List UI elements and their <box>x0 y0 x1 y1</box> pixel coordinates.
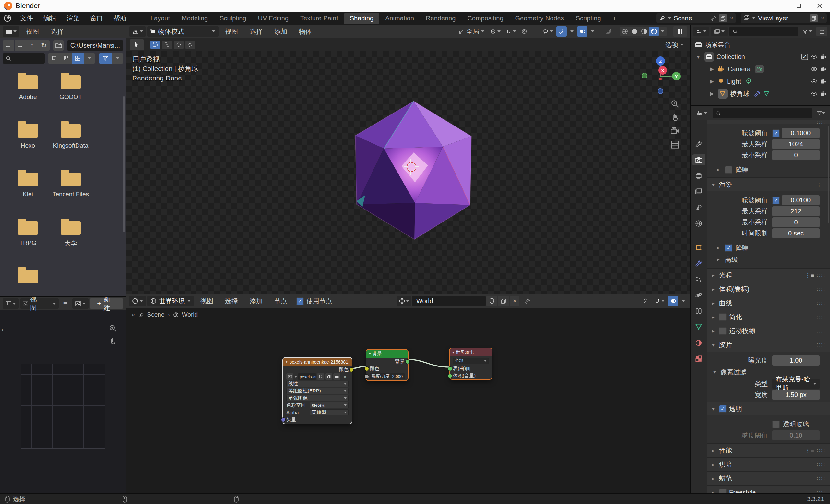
image-name-field[interactable]: pexels-anniroenk... <box>298 373 316 380</box>
motion-blur-section[interactable]: ▸ 运动模糊 ∷∷ <box>707 324 830 338</box>
source-dropdown[interactable]: 单张图像 <box>286 395 349 401</box>
outliner-row-collection[interactable]: ▼ Collection ✓ <box>691 51 830 63</box>
axis-gizmo[interactable]: Z X Y <box>640 55 686 100</box>
fake-user-shield-icon[interactable] <box>486 296 497 306</box>
noise-threshold-value[interactable]: 0.1000 <box>782 128 820 138</box>
browse-image-button[interactable] <box>72 298 89 309</box>
menu-edit[interactable]: 编辑 <box>38 14 62 23</box>
fake-user-shield-icon[interactable] <box>317 373 324 380</box>
proportional-edit-dropdown[interactable] <box>519 26 529 37</box>
workspace-add-tab[interactable]: + <box>607 13 622 24</box>
axis-z-negative[interactable] <box>658 88 663 94</box>
disable-render-camera-icon[interactable] <box>820 91 827 96</box>
open-file-icon[interactable] <box>333 373 341 380</box>
file-item[interactable]: 大学 <box>49 221 92 270</box>
remove-viewlayer-icon[interactable]: × <box>821 15 824 22</box>
film-section[interactable]: ▾胶片 ∷∷ <box>707 338 830 352</box>
interpolation-dropdown[interactable]: 线性 <box>286 381 349 387</box>
volume-input-socket[interactable] <box>448 374 452 378</box>
roughness-threshold-value[interactable]: 0.10 <box>772 430 820 440</box>
tab-object[interactable] <box>692 242 705 253</box>
file-search-input[interactable] <box>3 53 45 64</box>
image-view-menu[interactable]: 视图 <box>20 298 59 309</box>
overlays-dropdown[interactable] <box>589 26 597 37</box>
freestyle-checkbox[interactable] <box>719 489 727 493</box>
node-header[interactable]: ▾ 世界输出 <box>450 348 492 356</box>
filter-width-value[interactable]: 1.50 px <box>772 390 820 400</box>
object-menu[interactable]: 物体 <box>294 27 317 36</box>
axis-z[interactable]: Z <box>656 57 665 65</box>
disable-render-camera-icon[interactable] <box>820 79 827 84</box>
file-item[interactable] <box>6 270 49 296</box>
panel-expand-arrow[interactable]: › <box>1 326 4 334</box>
outliner-row-light[interactable]: ▶ Light <box>691 75 830 88</box>
denoise-subpanel[interactable]: ▸ 降噪 <box>707 164 830 176</box>
new-viewlayer-copy-icon[interactable] <box>809 14 818 22</box>
motion-blur-checkbox[interactable] <box>719 327 727 335</box>
noise-threshold-checkbox[interactable]: ✓ <box>772 129 780 137</box>
scrollbar[interactable] <box>123 96 125 232</box>
properties-search-input[interactable] <box>713 108 812 118</box>
outliner-search-input[interactable] <box>730 27 798 36</box>
unlink-icon[interactable]: × <box>342 373 349 380</box>
volumes-section[interactable]: ▸体积(卷标) ∷∷ <box>707 282 830 296</box>
pan-hand-icon[interactable] <box>670 113 679 122</box>
pin-icon[interactable] <box>710 15 716 21</box>
partial-panel-row[interactable]: ∷∷ <box>707 120 830 124</box>
select-lasso-button[interactable] <box>186 40 195 49</box>
filter-type-dropdown[interactable]: 布莱克曼-哈里斯 <box>772 379 820 389</box>
browse-image-icon[interactable] <box>286 373 293 380</box>
blender-menu-icon[interactable] <box>0 14 15 22</box>
mode-selector[interactable]: 物体模式 <box>147 26 219 37</box>
scene-selector[interactable]: Scene × <box>656 13 736 23</box>
display-mode-dropdown[interactable] <box>711 27 728 36</box>
editor-type-button[interactable] <box>129 26 146 37</box>
tab-material[interactable] <box>692 337 705 348</box>
file-item[interactable]: TRPG <box>6 221 49 270</box>
horizontal-list-view-button[interactable] <box>60 53 72 64</box>
back-button[interactable]: ← <box>3 40 14 51</box>
select-menu[interactable]: 选择 <box>245 27 268 36</box>
render-denoise-checkbox[interactable]: ✓ <box>725 244 732 252</box>
pivot-point-dropdown[interactable] <box>488 26 503 37</box>
grease-pencil-section[interactable]: ▸蜡笔 ∷∷ <box>707 471 830 485</box>
orthographic-grid-icon[interactable] <box>670 140 679 149</box>
xray-toggle[interactable] <box>603 26 613 37</box>
path-field[interactable]: C:\Users\Mansi... <box>67 40 123 51</box>
tab-object-data[interactable] <box>692 321 705 333</box>
tab-render[interactable] <box>692 154 705 165</box>
browse-world-button[interactable] <box>397 296 411 306</box>
editor-type-button[interactable] <box>694 108 710 118</box>
editor-type-button[interactable] <box>3 298 19 309</box>
new-scene-copy-icon[interactable] <box>719 14 727 22</box>
transparent-checkbox[interactable]: ✓ <box>719 405 727 413</box>
breadcrumb-scene[interactable]: Scene <box>147 311 165 318</box>
render-section-header[interactable]: ▾ 渲染 ⋮≡ <box>707 178 830 191</box>
use-nodes-checkbox[interactable]: ✓ <box>296 297 304 305</box>
transparent-glass-checkbox[interactable] <box>772 421 780 428</box>
denoise-checkbox[interactable] <box>725 166 732 174</box>
editor-type-button[interactable] <box>693 27 709 36</box>
drag-dots[interactable]: ∷∷ <box>817 342 826 349</box>
world-output-node[interactable]: ▾ 世界输出 全部 表(曲)面 体积(音量) <box>450 348 492 379</box>
vertical-list-view-button[interactable] <box>48 53 60 64</box>
expand-icon[interactable]: ▶ <box>709 78 715 84</box>
performance-section[interactable]: ▸性能 ⋮≡∷∷ <box>707 443 830 457</box>
tab-view-layer[interactable] <box>692 186 705 197</box>
view-menu[interactable]: 视图 <box>220 27 243 36</box>
menu-render[interactable]: 渲染 <box>62 14 85 23</box>
file-item[interactable]: Hexo <box>6 124 49 172</box>
file-item[interactable]: Adobe <box>6 75 49 124</box>
drag-dots[interactable]: ∷∷ <box>817 461 826 468</box>
menu-file[interactable]: 文件 <box>15 14 38 23</box>
tab-tool[interactable] <box>692 138 705 150</box>
hide-eye-icon[interactable] <box>810 91 818 96</box>
strength-field[interactable]: 强度/力度 2.000 <box>370 373 405 379</box>
vector-input-socket[interactable] <box>281 417 286 422</box>
properties-filter-dropdown[interactable] <box>815 108 827 118</box>
file-item[interactable]: Klei <box>6 172 49 221</box>
workspace-tab-geometry-nodes[interactable]: Geometry Nodes <box>509 13 570 24</box>
active-tool-button[interactable] <box>130 39 144 50</box>
close-button[interactable] <box>809 0 830 12</box>
thumbnail-view-button[interactable] <box>72 53 84 64</box>
